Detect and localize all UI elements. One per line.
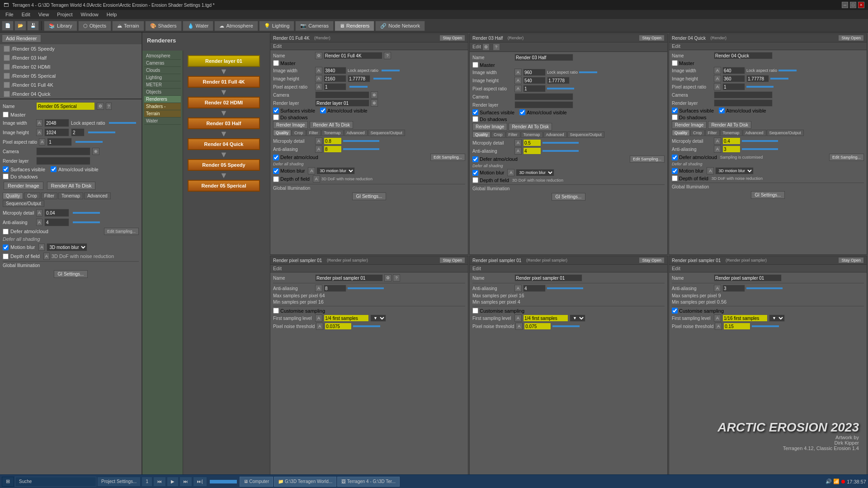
p04-micro-anim[interactable]: A <box>714 137 721 145</box>
edit-sampling-btn-lp[interactable]: Edit Sampling... <box>104 228 139 235</box>
menu-view[interactable]: View <box>35 11 53 18</box>
p01-filter-tab[interactable]: Filter <box>307 130 321 136</box>
ps01-help-icon[interactable]: ? <box>393 274 400 282</box>
taskbar-terragen-app[interactable]: 🖼 Terragen 4 - G:\3D Ter... <box>337 477 400 487</box>
pixel-aspect-slider[interactable] <box>75 141 103 143</box>
p03-mb-dropdown[interactable]: 3D motion blur <box>516 169 554 176</box>
ps02-noise-input[interactable] <box>524 323 551 330</box>
p03-micro-slider[interactable] <box>542 142 579 144</box>
ps01-customise-check[interactable] <box>273 308 279 314</box>
lighting-tab[interactable]: 💡 Lighting <box>259 21 295 31</box>
p04-filter-tab[interactable]: Filter <box>705 130 720 136</box>
do-shadows-checkbox[interactable] <box>3 174 9 179</box>
renderer-item[interactable]: /Render 02 HDMI <box>0 62 142 71</box>
p01-atmo-check[interactable] <box>320 108 326 113</box>
p01-pixel-input[interactable] <box>324 83 346 90</box>
ps01-settings-icon[interactable]: ⚙ <box>384 274 392 282</box>
p01-micro-anim[interactable]: A <box>315 137 322 145</box>
p01-width-anim[interactable]: A <box>315 67 322 74</box>
shaders-tab[interactable]: 🎨 Shaders <box>145 21 182 31</box>
menu-edit[interactable]: Edit <box>18 11 34 18</box>
p01-advanced-tab[interactable]: Advanced <box>344 130 368 136</box>
p04-master-check[interactable] <box>672 60 678 66</box>
p01-quality-tab[interactable]: Quality <box>273 130 291 136</box>
name-options-btn[interactable]: ⚙ <box>97 103 104 110</box>
p03-edit-sampling[interactable]: Edit Sampling... <box>630 155 665 163</box>
p03-ratio-input[interactable] <box>547 77 570 84</box>
p01-camera-btn[interactable]: ⊕ <box>371 91 378 99</box>
p01-height-slider[interactable] <box>373 78 392 80</box>
name-help-btn[interactable]: ? <box>106 103 112 110</box>
p03-advanced-tab[interactable]: Advanced <box>543 131 567 138</box>
motion-blur-dropdown-lp[interactable]: 3D motion blur <box>47 243 87 251</box>
p01-help-btn[interactable]: ? <box>384 52 391 59</box>
name-input[interactable] <box>36 102 95 110</box>
taskbar-progress[interactable] <box>210 480 237 483</box>
cameras-tab[interactable]: 📷 Cameras <box>295 21 334 31</box>
p04-rl-input[interactable] <box>714 99 773 107</box>
p01-aa-slider[interactable] <box>343 148 379 150</box>
node-network-tab[interactable]: 🔗 Node Network <box>375 21 425 31</box>
p01-micro-input[interactable] <box>324 137 342 145</box>
ps01-first-input[interactable] <box>324 314 369 322</box>
p01-height-anim[interactable]: A <box>315 75 322 82</box>
p03-mb-check[interactable] <box>472 170 478 176</box>
p03-shadows-check[interactable] <box>472 116 478 122</box>
render-03-node[interactable]: Render 03 Half <box>188 117 260 129</box>
p04-mb-check[interactable] <box>672 168 678 174</box>
p03-surf-check[interactable] <box>472 109 478 115</box>
p03-micro-input[interactable] <box>523 139 541 146</box>
p04-pixel-slider[interactable] <box>746 86 774 88</box>
render-05-speedy-node[interactable]: Render 05 Speedy <box>188 159 260 171</box>
p01-dof-anim[interactable]: A <box>313 175 320 183</box>
p04-micro-input[interactable] <box>722 137 741 145</box>
p04-render-image[interactable]: Render Image <box>672 121 707 129</box>
p01-height-input[interactable] <box>324 75 346 82</box>
library-tab[interactable]: 📚 Library <box>44 21 77 31</box>
p03-height-input[interactable] <box>523 77 546 84</box>
search-input[interactable] <box>15 477 96 487</box>
p03-camera-input[interactable] <box>514 93 573 100</box>
taskbar-computer[interactable]: 🖥 Computer <box>240 477 274 487</box>
p03-dof-check[interactable] <box>472 177 478 183</box>
new-btn[interactable]: 📄 <box>2 21 14 31</box>
p04-edit-sampling[interactable]: Edit Sampling... <box>829 154 864 161</box>
render-02-node[interactable]: Render 02 HDMI <box>188 97 260 108</box>
ps01-name-input[interactable] <box>315 274 383 282</box>
p01-mb-anim[interactable]: A <box>308 167 315 174</box>
p04-height-slider[interactable] <box>770 78 788 80</box>
close-btn[interactable]: ✕ <box>858 2 864 8</box>
p03-atmo-check[interactable] <box>519 109 525 115</box>
ps03-aa-slider[interactable] <box>746 287 783 289</box>
menu-help[interactable]: Help <box>103 11 121 18</box>
p04-width-slider[interactable] <box>778 70 797 71</box>
ps01-aa-anim[interactable]: A <box>315 285 322 292</box>
p04-mb-dropdown[interactable]: 3D motion blur <box>715 167 754 174</box>
dof-anim-btn[interactable]: A <box>43 253 50 260</box>
ps02-noise-slider[interactable] <box>552 325 580 327</box>
image-width-slider[interactable] <box>109 122 136 124</box>
p01-master-check[interactable] <box>273 60 279 66</box>
advanced-tab-lp[interactable]: Advanced <box>84 192 110 199</box>
atmosphere-tab[interactable]: ☁ Atmosphere <box>214 21 258 31</box>
p04-mb-anim[interactable]: A <box>707 167 714 174</box>
p01-width-input[interactable] <box>324 67 346 74</box>
tree-clouds[interactable]: Clouds <box>144 67 181 74</box>
ps03-aa-input[interactable] <box>722 285 745 292</box>
p03-aa-input[interactable] <box>523 147 541 155</box>
p03-tonemap-tab[interactable]: Tonemap <box>521 131 543 138</box>
objects-tab[interactable]: ⬡ Objects <box>78 21 111 31</box>
ps02-stay-open[interactable]: Stay Open <box>639 257 665 263</box>
p01-camera-input[interactable] <box>315 91 369 99</box>
render-all-btn-lp[interactable]: Render All To Disk <box>47 182 96 190</box>
p04-dof-check[interactable] <box>672 175 678 181</box>
p01-width-slider[interactable] <box>382 70 400 71</box>
p04-pixel-input[interactable] <box>722 83 745 90</box>
p03-crop-tab[interactable]: Crop <box>491 131 505 138</box>
render-04-node[interactable]: Render 04 Quick <box>188 138 260 150</box>
p04-crop-tab[interactable]: Crop <box>690 130 705 136</box>
p03-pixel-input[interactable] <box>523 85 546 92</box>
render-image-btn-lp[interactable]: Render Image <box>4 182 43 190</box>
ps03-first-input[interactable] <box>722 314 768 322</box>
motion-blur-anim-btn[interactable]: A <box>38 244 45 251</box>
